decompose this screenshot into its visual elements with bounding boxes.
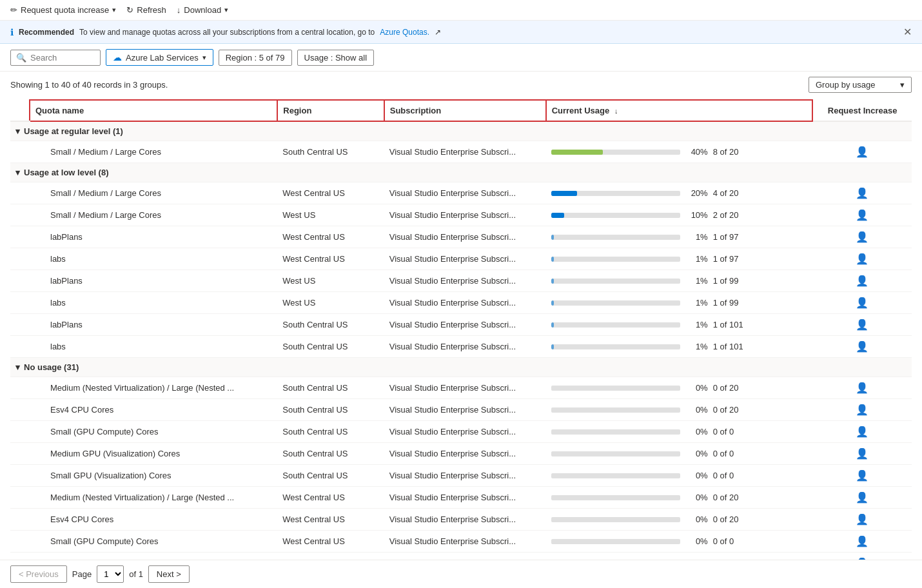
- col-current-usage[interactable]: Current Usage ↓: [546, 100, 813, 121]
- request-increase-icon[interactable]: 👤: [856, 341, 868, 352]
- usage-cell: 1% 1 of 97: [546, 226, 813, 248]
- request-increase-icon[interactable]: 👤: [856, 448, 868, 459]
- progress-fill: [551, 191, 577, 196]
- group-toggle-cell[interactable]: ▾ Usage at low level (8): [10, 163, 912, 182]
- request-increase-cell[interactable]: 👤: [812, 421, 912, 443]
- request-increase-cell[interactable]: 👤: [812, 443, 912, 465]
- col-expand: [10, 100, 30, 121]
- request-increase-icon[interactable]: 👤: [856, 146, 868, 157]
- request-increase-cell[interactable]: 👤: [812, 465, 912, 487]
- col-subscription[interactable]: Subscription: [384, 100, 546, 121]
- request-increase-icon[interactable]: 👤: [856, 514, 868, 525]
- request-increase-icon[interactable]: 👤: [856, 404, 868, 415]
- request-increase-icon[interactable]: 👤: [856, 319, 868, 330]
- search-icon: 🔍: [16, 53, 26, 63]
- download-btn[interactable]: ↓ Download ▾: [177, 5, 228, 15]
- count-label: 0 of 20: [713, 383, 758, 393]
- table-row: Medium GPU (Visualization) Cores West Ce…: [10, 553, 912, 560]
- progress-track: [551, 517, 680, 522]
- subscription-cell: Visual Studio Enterprise Subscri...: [384, 443, 546, 465]
- subscription-cell: Visual Studio Enterprise Subscri...: [384, 314, 546, 336]
- usage-cell: 1% 1 of 101: [546, 314, 813, 336]
- count-label: 1 of 97: [713, 232, 758, 242]
- usage-cell: 1% 1 of 99: [546, 292, 813, 314]
- group-by-dropdown[interactable]: Group by usage ▾: [809, 77, 912, 93]
- page-select[interactable]: 1: [97, 565, 124, 583]
- region-cell: South Central US: [277, 336, 384, 358]
- chevron-down-icon: ▾: [112, 6, 116, 14]
- quota-name-cell: Esv4 CPU Cores: [30, 509, 277, 531]
- group-toggle-cell[interactable]: ▾ Usage at regular level (1): [10, 121, 912, 141]
- request-increase-icon[interactable]: 👤: [856, 231, 868, 242]
- request-increase-cell[interactable]: 👤: [812, 399, 912, 421]
- usage-filter[interactable]: Usage : Show all: [297, 50, 375, 66]
- quota-name-cell: Small / Medium / Large Cores: [30, 204, 277, 226]
- banner-close-btn[interactable]: ✕: [903, 26, 912, 38]
- request-increase-cell[interactable]: 👤: [812, 531, 912, 553]
- subscription-cell: Visual Studio Enterprise Subscri...: [384, 336, 546, 358]
- region-filter[interactable]: Region : 5 of 79: [219, 50, 292, 66]
- request-quota-btn[interactable]: ✏ Request quota increase ▾: [10, 5, 116, 15]
- request-increase-icon[interactable]: 👤: [856, 426, 868, 437]
- usage-cell: 40% 8 of 20: [546, 141, 813, 163]
- request-increase-icon[interactable]: 👤: [856, 253, 868, 264]
- request-increase-cell[interactable]: 👤: [812, 553, 912, 560]
- table-row: labPlans West Central US Visual Studio E…: [10, 226, 912, 248]
- request-increase-icon[interactable]: 👤: [856, 536, 868, 547]
- request-increase-cell[interactable]: 👤: [812, 336, 912, 358]
- collapse-icon: ▾: [15, 126, 20, 136]
- table-row: Small (GPU Compute) Cores West Central U…: [10, 531, 912, 553]
- request-increase-cell[interactable]: 👤: [812, 226, 912, 248]
- pagination: < Previous Page 1 of 1 Next >: [0, 560, 922, 588]
- request-increase-icon[interactable]: 👤: [856, 470, 868, 481]
- usage-cell: 0% 0 of 20: [546, 377, 813, 399]
- pct-label: 20%: [685, 188, 708, 198]
- search-box[interactable]: 🔍: [10, 50, 101, 66]
- table-row: Small / Medium / Large Cores South Centr…: [10, 141, 912, 163]
- request-increase-cell[interactable]: 👤: [812, 292, 912, 314]
- quota-name-cell: Small (GPU Compute) Cores: [30, 421, 277, 443]
- count-label: 8 of 20: [713, 147, 758, 157]
- group-toggle-cell[interactable]: ▾ No usage (31): [10, 358, 912, 377]
- prev-btn[interactable]: < Previous: [10, 565, 67, 583]
- search-input[interactable]: [30, 53, 95, 63]
- subscription-cell: Visual Studio Enterprise Subscri...: [384, 531, 546, 553]
- azure-quotas-link[interactable]: Azure Quotas.: [380, 28, 429, 37]
- table-row: Medium (Nested Virtualization) / Large (…: [10, 377, 912, 399]
- request-increase-icon[interactable]: 👤: [856, 188, 868, 199]
- request-increase-icon[interactable]: 👤: [856, 297, 868, 308]
- col-quota-name[interactable]: Quota name: [30, 100, 277, 121]
- request-increase-cell[interactable]: 👤: [812, 377, 912, 399]
- subscription-cell: Visual Studio Enterprise Subscri...: [384, 465, 546, 487]
- quota-table: Quota name Region Subscription Current U…: [10, 99, 912, 560]
- request-increase-cell[interactable]: 👤: [812, 182, 912, 204]
- request-increase-cell[interactable]: 👤: [812, 248, 912, 270]
- pct-label: 0%: [685, 383, 708, 393]
- request-increase-cell[interactable]: 👤: [812, 141, 912, 163]
- request-increase-icon[interactable]: 👤: [856, 275, 868, 286]
- request-increase-icon[interactable]: 👤: [856, 492, 868, 503]
- quota-name-cell: Medium GPU (Visualization) Cores: [30, 443, 277, 465]
- request-increase-cell[interactable]: 👤: [812, 314, 912, 336]
- refresh-btn[interactable]: ↻ Refresh: [126, 5, 166, 15]
- progress-track: [551, 257, 680, 262]
- chevron-down-icon3: ▾: [202, 54, 206, 62]
- subscription-cell: Visual Studio Enterprise Subscri...: [384, 204, 546, 226]
- request-increase-cell[interactable]: 👤: [812, 509, 912, 531]
- request-increase-icon[interactable]: 👤: [856, 382, 868, 393]
- request-increase-cell[interactable]: 👤: [812, 270, 912, 292]
- pct-label: 0%: [685, 449, 708, 458]
- progress-fill: [551, 344, 554, 349]
- usage-cell: 0% 0 of 0: [546, 421, 813, 443]
- count-label: 4 of 20: [713, 188, 758, 198]
- request-increase-cell[interactable]: 👤: [812, 487, 912, 509]
- table-row: Esv4 CPU Cores West Central US Visual St…: [10, 509, 912, 531]
- collapse-icon: ▾: [15, 168, 20, 177]
- request-increase-icon[interactable]: 👤: [856, 210, 868, 220]
- col-region[interactable]: Region: [277, 100, 384, 121]
- request-increase-cell[interactable]: 👤: [812, 204, 912, 226]
- table-row: labs West US Visual Studio Enterprise Su…: [10, 292, 912, 314]
- usage-cell: 0% 0 of 20: [546, 487, 813, 509]
- service-dropdown[interactable]: ☁ Azure Lab Services ▾: [106, 49, 213, 66]
- next-btn[interactable]: Next >: [148, 565, 190, 583]
